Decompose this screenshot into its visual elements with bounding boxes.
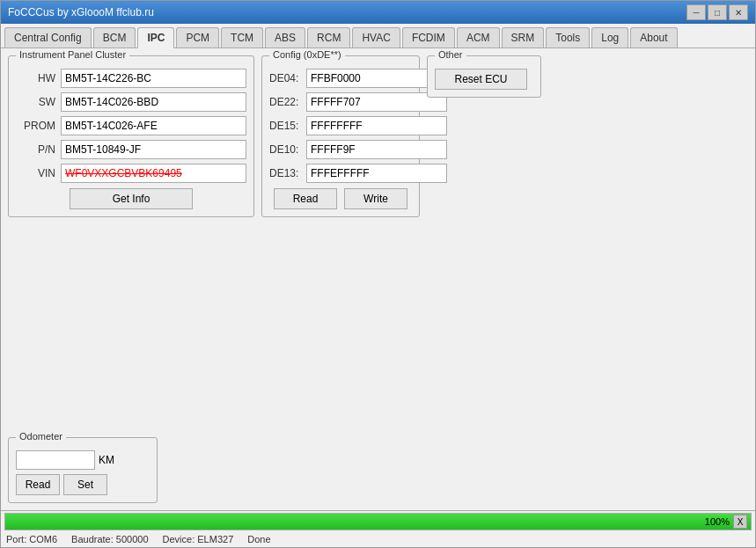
- de15-label: DE15:: [269, 120, 306, 132]
- port-status: Port: COM6: [6, 534, 57, 544]
- tab-bcm[interactable]: BCM: [93, 27, 136, 47]
- tab-tools[interactable]: Tools: [546, 27, 590, 47]
- minimize-button[interactable]: ─: [686, 4, 706, 20]
- odometer-read-button[interactable]: Read: [16, 474, 60, 495]
- progress-bar-container: 100% X: [4, 513, 752, 530]
- tab-ipc[interactable]: IPC: [137, 27, 174, 48]
- tab-central-config[interactable]: Central Config: [4, 27, 92, 47]
- de04-row: DE04:: [269, 69, 412, 88]
- progress-pct: 100%: [705, 516, 730, 527]
- odometer-row: KM: [16, 450, 150, 470]
- title-bar: FoCCCus by xGloooM ffclub.ru ─ □ ✕: [1, 1, 755, 24]
- pn-row: P/N: [16, 140, 246, 159]
- tab-log[interactable]: Log: [591, 27, 628, 47]
- reset-ecu-button[interactable]: Reset ECU: [435, 69, 527, 90]
- tab-abs[interactable]: ABS: [265, 27, 305, 47]
- config-read-button[interactable]: Read: [274, 188, 337, 209]
- prom-row: PROM: [16, 116, 246, 135]
- tab-rcm[interactable]: RCM: [307, 27, 350, 47]
- sw-row: SW: [16, 92, 246, 112]
- de13-input[interactable]: [306, 164, 447, 183]
- progress-bar-fill: [5, 514, 751, 530]
- vin-row: VIN: [16, 164, 246, 183]
- tab-hvac[interactable]: HVAC: [352, 27, 400, 47]
- ipc-group-title: Instrument Panel Cluster: [16, 49, 129, 60]
- pn-label: P/N: [16, 143, 55, 156]
- maximize-button[interactable]: □: [708, 4, 727, 20]
- main-window: FoCCCus by xGloooM ffclub.ru ─ □ ✕ Centr…: [0, 0, 756, 548]
- prom-label: PROM: [16, 120, 55, 132]
- tab-about[interactable]: About: [630, 27, 677, 47]
- de10-input[interactable]: [306, 140, 447, 159]
- tab-acm[interactable]: ACM: [457, 27, 500, 47]
- tab-bar: Central Config BCM IPC PCM TCM ABS RCM H…: [1, 24, 755, 48]
- de15-row: DE15:: [269, 116, 412, 135]
- vin-label: VIN: [16, 167, 55, 179]
- other-group-title: Other: [435, 49, 466, 60]
- config-group: Config (0xDE**) DE04: DE22: DE15: DE10: …: [261, 55, 420, 217]
- de13-label: DE13:: [269, 167, 306, 179]
- tab-srm[interactable]: SRM: [502, 27, 545, 47]
- odometer-buttons: Read Set: [16, 474, 150, 495]
- km-label: KM: [99, 454, 114, 466]
- config-buttons: Read Write: [269, 188, 412, 209]
- vin-input[interactable]: [61, 164, 246, 183]
- odometer-group: Odometer KM Read Set: [8, 437, 158, 503]
- config-group-title: Config (0xDE**): [269, 49, 345, 60]
- window-controls: ─ □ ✕: [686, 4, 748, 20]
- tab-fcdim[interactable]: FCDIM: [402, 27, 455, 47]
- status-text-row: Port: COM6 Baudrate: 500000 Device: ELM3…: [1, 532, 755, 547]
- pn-input[interactable]: [61, 140, 246, 159]
- de04-input[interactable]: [306, 69, 447, 88]
- status-bar: 100% X Port: COM6 Baudrate: 500000 Devic…: [1, 510, 755, 547]
- de22-label: DE22:: [269, 96, 306, 108]
- ipc-group: Instrument Panel Cluster HW SW PROM P/N …: [8, 55, 254, 217]
- odometer-group-title: Odometer: [16, 431, 66, 442]
- prom-input[interactable]: [61, 116, 246, 135]
- tab-tcm[interactable]: TCM: [221, 27, 263, 47]
- device-status: Device: ELM327: [163, 534, 234, 544]
- de10-label: DE10:: [269, 143, 306, 156]
- config-write-button[interactable]: Write: [344, 188, 407, 209]
- get-info-button[interactable]: Get Info: [70, 188, 193, 209]
- progress-close-button[interactable]: X: [733, 515, 747, 529]
- window-title: FoCCCus by xGloooM ffclub.ru: [8, 6, 154, 18]
- done-status: Done: [247, 534, 270, 544]
- odometer-set-button[interactable]: Set: [63, 474, 107, 495]
- odometer-input[interactable]: [16, 450, 95, 470]
- tab-pcm[interactable]: PCM: [176, 27, 219, 47]
- hw-input[interactable]: [61, 69, 246, 88]
- de10-row: DE10:: [269, 140, 412, 159]
- de04-label: DE04:: [269, 72, 306, 84]
- lower-area: Odometer KM Read Set: [1, 437, 755, 510]
- de22-input[interactable]: [306, 92, 447, 112]
- hw-label: HW: [16, 72, 55, 84]
- sw-label: SW: [16, 96, 55, 108]
- close-button[interactable]: ✕: [729, 4, 748, 20]
- de13-row: DE13:: [269, 164, 412, 183]
- other-group: Other Reset ECU: [427, 55, 541, 98]
- de15-input[interactable]: [306, 116, 447, 135]
- main-content: Instrument Panel Cluster HW SW PROM P/N …: [1, 48, 755, 437]
- baudrate-status: Baudrate: 500000: [71, 534, 148, 544]
- sw-input[interactable]: [61, 92, 246, 112]
- hw-row: HW: [16, 69, 246, 88]
- de22-row: DE22:: [269, 92, 412, 112]
